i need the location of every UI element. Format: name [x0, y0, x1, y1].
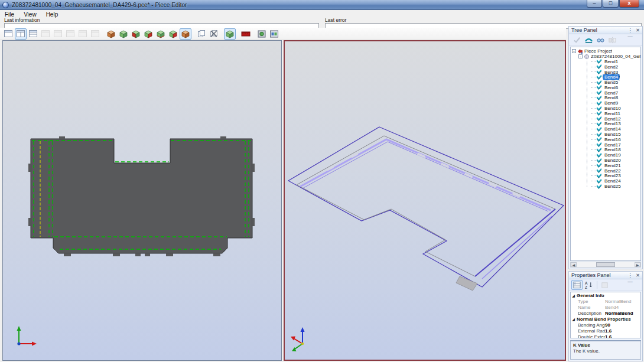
view-layout-b-button — [52, 28, 64, 40]
pin-icon[interactable]: ⋮— — [627, 27, 633, 34]
bend-tool-4-button[interactable] — [167, 28, 179, 40]
flat-view-active-button[interactable] — [224, 28, 236, 40]
flat-pattern-2d-view[interactable] — [2, 40, 282, 361]
solid-view-active-button[interactable] — [180, 28, 191, 40]
view-two-pane-split-button[interactable] — [15, 28, 27, 40]
last-information-label: Last information — [4, 18, 319, 22]
property-grid: ◢General InfoTypeNormalBendNameBend4Desc… — [570, 292, 641, 338]
part-3d-view[interactable] — [284, 40, 566, 361]
view-layout-c-button — [64, 28, 76, 40]
property-row-double-extens-[interactable]: Double Extens.1.6 — [571, 334, 640, 338]
tree-node-project[interactable]: - Piece Project — [572, 48, 640, 54]
bend-tool-1-button[interactable] — [130, 28, 142, 40]
properties-close-icon[interactable]: ✕ — [635, 272, 641, 279]
axis-triad-3d — [291, 327, 305, 351]
close-button[interactable]: x — [619, 0, 639, 8]
property-row-name[interactable]: NameBend4 — [571, 304, 640, 310]
sheet-flat-shape — [28, 136, 255, 256]
property-row-bending-angle[interactable]: Bending Angle90 — [571, 322, 640, 328]
properties-panel-header: Properties Panel ⋮— ✕ — [569, 272, 642, 279]
alphabetical-sort-button[interactable] — [583, 280, 594, 290]
compare-frame-button[interactable] — [268, 28, 280, 40]
minimize-button[interactable]: – — [587, 0, 602, 8]
copy-piece-button[interactable] — [196, 28, 207, 40]
scroll-thumb[interactable] — [596, 262, 614, 267]
view-glasses-icon[interactable] — [595, 35, 606, 45]
property-row-external-radiu-[interactable]: External Radiu.1.6 — [571, 328, 640, 334]
validate-tool-icon — [571, 35, 583, 45]
property-description-text: The K value. — [573, 348, 638, 354]
sidebar: Tree Panel ⋮— ✕ - Piece Project - Z08372… — [568, 26, 643, 361]
collapse-icon[interactable]: - — [578, 54, 583, 58]
property-description: K Value The K value. — [570, 340, 641, 360]
sphere-frame-button[interactable] — [256, 28, 268, 40]
tree-panel: Tree Panel ⋮— ✕ - Piece Project - Z08372… — [568, 26, 643, 269]
property-category[interactable]: ◢Normal Bend Properties — [571, 316, 640, 322]
view-horizontal-split-button[interactable] — [27, 28, 39, 40]
title-bar: Z08372481000_04_Gehaeusemantel_DA429-6.p… — [0, 0, 644, 10]
tree-node-bend25[interactable]: Bend25 — [591, 184, 640, 189]
app-icon — [2, 2, 9, 8]
main-toolbar — [0, 28, 566, 40]
properties-panel: Properties Panel ⋮— ✕ ◢General InfoTypeN… — [568, 271, 643, 361]
window-title: Z08372481000_04_Gehaeusemantel_DA429-6.p… — [12, 2, 187, 8]
category-collapse-icon[interactable]: ◢ — [571, 293, 576, 298]
tree-panel-title: Tree Panel — [571, 27, 597, 33]
tree-node-part[interactable]: - Z08372481000_04_Gehaeusema — [578, 54, 640, 59]
flange-rim — [288, 127, 564, 287]
flat-pattern-drawing — [3, 41, 281, 360]
mirror-tool-icon — [607, 35, 618, 45]
category-collapse-icon[interactable]: ◢ — [571, 317, 576, 321]
part-3d-drawing — [285, 41, 565, 360]
piece-editor-window: Z08372481000_04_Gehaeusemantel_DA429-6.p… — [0, 0, 644, 362]
tree-panel-header: Tree Panel ⋮— ✕ — [569, 27, 642, 34]
unfolded-part-button[interactable] — [118, 28, 129, 40]
scroll-left-arrow[interactable]: ◀ — [571, 262, 577, 267]
bend-list: Bend1Bend2Bend3Bend4Bend5Bend6Bend7Bend8… — [591, 59, 640, 189]
view-layout-e-button — [89, 28, 101, 40]
collapse-icon[interactable]: - — [572, 49, 576, 53]
project-icon — [577, 48, 583, 54]
categorized-view-button[interactable] — [571, 280, 583, 290]
bend-icon — [596, 184, 602, 190]
property-category[interactable]: ◢General Info — [571, 292, 640, 298]
properties-panel-title: Properties Panel — [571, 272, 611, 278]
solid-part-button[interactable] — [105, 28, 117, 40]
copy-disabled-button[interactable] — [208, 28, 220, 40]
bend-tool-2-button[interactable] — [142, 28, 154, 40]
status-fields-bar: Last information Last error — [0, 18, 644, 28]
pin-icon[interactable]: ⋮— — [627, 272, 633, 279]
axis-triad-2d — [17, 326, 37, 346]
material-strip-button[interactable] — [240, 28, 252, 40]
last-error-label: Last error — [325, 18, 642, 22]
view-layout-d-button — [77, 28, 89, 40]
property-description-title: K Value — [573, 343, 638, 348]
property-pages-button — [599, 280, 610, 290]
tree-close-icon[interactable]: ✕ — [635, 27, 641, 34]
view-layout-a-button — [40, 28, 51, 40]
property-row-description[interactable]: DescriptionNormalBend — [571, 310, 640, 316]
tree-horizontal-scrollbar[interactable]: ◀ ▶ — [570, 262, 641, 268]
project-tree: - Piece Project - Z08372481000_04_Gehaeu… — [570, 47, 641, 261]
scroll-right-arrow[interactable]: ▶ — [635, 262, 640, 267]
view-single-pane-button[interactable] — [2, 28, 14, 40]
bend-tool-icon[interactable] — [583, 35, 594, 45]
bend-tool-3-button[interactable] — [155, 28, 167, 40]
maximize-button[interactable]: □ — [603, 0, 619, 8]
property-row-type[interactable]: TypeNormalBend — [571, 298, 640, 304]
